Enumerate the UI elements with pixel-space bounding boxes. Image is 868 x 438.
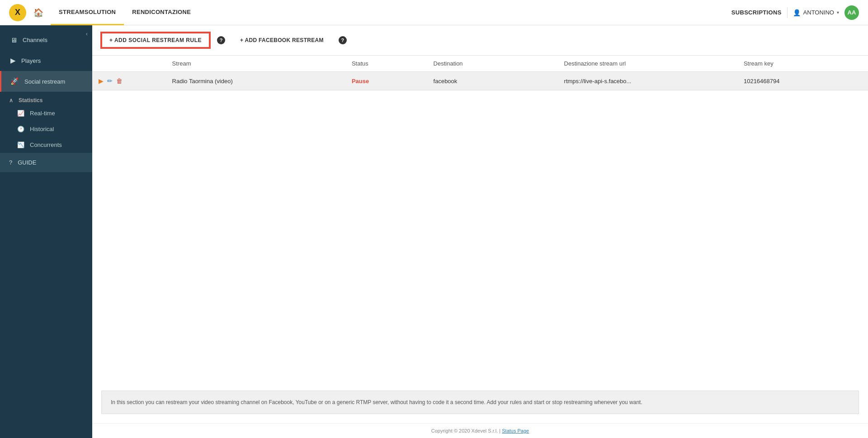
navbar-right: SUBSCRIPTIONS 👤 ANTONINO ▾ AA bbox=[731, 5, 859, 20]
sidebar-item-concurrents[interactable]: 📉 Concurrents bbox=[0, 137, 92, 153]
row-dest-url: rtmps://live-api-s.facebo... bbox=[558, 72, 737, 90]
row-stream-key: 10216468794 bbox=[737, 72, 868, 90]
sidebar-item-concurrents-label: Concurrents bbox=[30, 141, 62, 148]
navbar-divider bbox=[787, 7, 788, 18]
add-social-restream-rule-button[interactable]: + ADD SOCIAL RESTREAM RULE bbox=[101, 33, 210, 48]
row-actions-cell: ▶ ✏ 🗑 bbox=[92, 72, 166, 90]
dropdown-arrow-icon: ▾ bbox=[837, 10, 839, 15]
home-icon[interactable]: 🏠 bbox=[33, 8, 43, 18]
restream-table-container: Stream Status Destination Destinazione s… bbox=[92, 56, 868, 381]
col-header-stream: Stream bbox=[166, 56, 345, 72]
sidebar-item-players[interactable]: ▶ Players bbox=[0, 50, 92, 71]
add-rule-help-icon[interactable]: ? bbox=[217, 36, 225, 44]
realtime-icon: 📈 bbox=[17, 110, 24, 117]
nav-link-streamsolution[interactable]: STREAMSOLUTION bbox=[51, 0, 124, 25]
sidebar-item-channels-label: Channels bbox=[23, 37, 47, 43]
user-icon: 👤 bbox=[793, 9, 801, 16]
nav-links: STREAMSOLUTION RENDICONTAZIONE bbox=[51, 0, 731, 25]
table-row: ▶ ✏ 🗑 Radio Taormina (video) Pause faceb… bbox=[92, 72, 868, 90]
sidebar-item-social-restream-label: Social restream bbox=[24, 78, 65, 85]
col-header-actions bbox=[92, 56, 166, 72]
avatar[interactable]: AA bbox=[844, 5, 859, 20]
sidebar-item-channels[interactable]: 🖥 Channels bbox=[0, 30, 92, 50]
sidebar-statistics-label: Statistics bbox=[19, 97, 42, 104]
row-status: Pause bbox=[345, 72, 427, 90]
col-header-destination: Destination bbox=[427, 56, 558, 72]
subscriptions-link[interactable]: SUBSCRIPTIONS bbox=[731, 9, 782, 16]
content-area: + ADD SOCIAL RESTREAM RULE ? + ADD FACEB… bbox=[92, 25, 868, 438]
row-stream-name: Radio Taormina (video) bbox=[166, 72, 345, 90]
logo[interactable]: X bbox=[9, 4, 26, 21]
sidebar: ‹ 🖥 Channels ▶ Players 🚀 Social restream… bbox=[0, 25, 92, 438]
add-facebook-restream-button[interactable]: + ADD FACEBOOK RESTREAM bbox=[232, 33, 331, 47]
social-restream-icon: 🚀 bbox=[10, 77, 19, 85]
table-header-row: Stream Status Destination Destinazione s… bbox=[92, 56, 868, 72]
channels-icon: 🖥 bbox=[10, 36, 17, 44]
add-facebook-help-icon[interactable]: ? bbox=[339, 36, 347, 44]
sidebar-guide-item[interactable]: ? GUIDE bbox=[0, 153, 92, 172]
sidebar-statistics-section[interactable]: ∧ Statistics bbox=[0, 92, 92, 105]
sidebar-item-players-label: Players bbox=[21, 57, 41, 64]
play-button[interactable]: ▶ bbox=[99, 77, 104, 85]
row-actions: ▶ ✏ 🗑 bbox=[99, 77, 160, 85]
players-icon: ▶ bbox=[10, 57, 16, 65]
footer: Copyright © 2020 Xdevel S.r.l. | Status … bbox=[92, 423, 868, 438]
delete-button[interactable]: 🗑 bbox=[116, 77, 123, 85]
guide-question-icon: ? bbox=[9, 159, 12, 166]
sidebar-item-historical[interactable]: 🕐 Historical bbox=[0, 121, 92, 137]
sidebar-collapse-button[interactable]: ‹ bbox=[86, 31, 88, 37]
sidebar-item-historical-label: Historical bbox=[30, 126, 54, 132]
row-destination: facebook bbox=[427, 72, 558, 90]
status-badge: Pause bbox=[352, 78, 369, 85]
col-header-status: Status bbox=[345, 56, 427, 72]
nav-link-rendicontazione[interactable]: RENDICONTAZIONE bbox=[124, 0, 199, 25]
statistics-caret-icon: ∧ bbox=[9, 97, 13, 104]
restream-table: Stream Status Destination Destinazione s… bbox=[92, 56, 868, 90]
status-page-link[interactable]: Status Page bbox=[502, 428, 529, 433]
toolbar: + ADD SOCIAL RESTREAM RULE ? + ADD FACEB… bbox=[92, 25, 868, 56]
sidebar-item-realtime[interactable]: 📈 Real-time bbox=[0, 105, 92, 121]
concurrents-icon: 📉 bbox=[17, 141, 24, 148]
main-layout: ‹ 🖥 Channels ▶ Players 🚀 Social restream… bbox=[0, 25, 868, 438]
sidebar-guide-label: GUIDE bbox=[18, 159, 36, 166]
col-header-dest-url: Destinazione stream url bbox=[558, 56, 737, 72]
edit-button[interactable]: ✏ bbox=[107, 77, 113, 85]
sidebar-item-realtime-label: Real-time bbox=[30, 110, 55, 117]
user-menu[interactable]: 👤 ANTONINO ▾ bbox=[793, 9, 839, 16]
content-inner: + ADD SOCIAL RESTREAM RULE ? + ADD FACEB… bbox=[92, 25, 868, 423]
navbar: X 🏠 STREAMSOLUTION RENDICONTAZIONE SUBSC… bbox=[0, 0, 868, 25]
info-box: In this section you can restream your vi… bbox=[101, 391, 859, 414]
sidebar-item-social-restream[interactable]: 🚀 Social restream bbox=[0, 71, 92, 92]
username-label: ANTONINO bbox=[803, 9, 834, 16]
col-header-stream-key: Stream key bbox=[737, 56, 868, 72]
historical-icon: 🕐 bbox=[17, 126, 24, 132]
